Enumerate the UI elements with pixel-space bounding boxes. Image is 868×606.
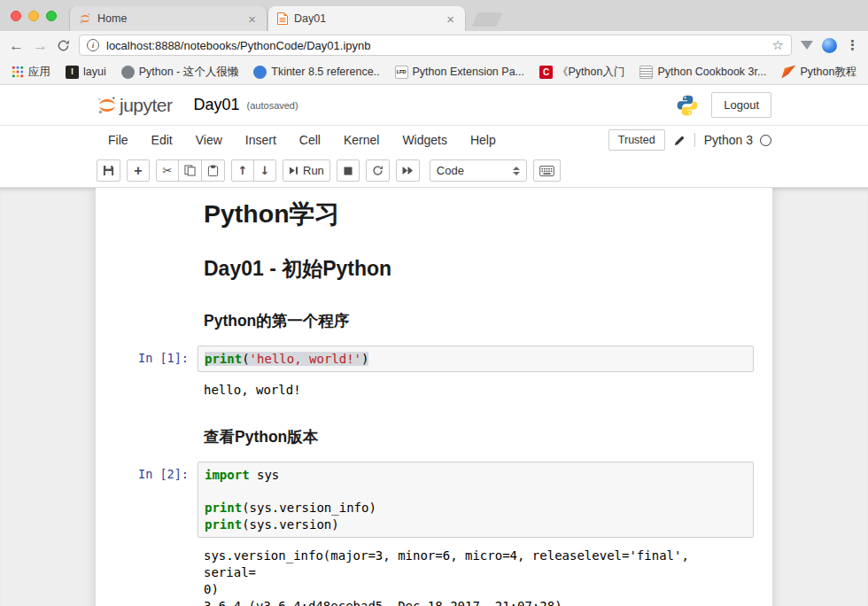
reload-button[interactable] bbox=[57, 39, 70, 52]
menu-view[interactable]: View bbox=[184, 133, 234, 147]
menu-file[interactable]: File bbox=[97, 133, 140, 147]
bookmark-item[interactable]: Python Cookbook 3r... bbox=[639, 66, 766, 79]
menu-kernel[interactable]: Kernel bbox=[332, 133, 391, 147]
browser-menu-icon[interactable]: ⋮ bbox=[846, 37, 859, 53]
insert-cell-button[interactable]: + bbox=[127, 159, 150, 182]
tk-favicon-icon bbox=[253, 66, 267, 79]
close-tab-icon[interactable]: × bbox=[445, 12, 456, 26]
markdown-cell[interactable]: Python的第一个程序 bbox=[109, 293, 759, 340]
arrow-down-icon: ↓ bbox=[260, 165, 270, 176]
code-cell[interactable]: In [1]:print('hello, world!') bbox=[109, 340, 759, 377]
new-tab-button[interactable] bbox=[472, 12, 502, 27]
close-window-button[interactable] bbox=[11, 11, 21, 21]
edit-mode-pencil-icon bbox=[674, 135, 686, 146]
book-favicon-icon bbox=[639, 66, 653, 79]
output-row: sys.version_info(major=3, minor=6, micro… bbox=[109, 543, 759, 606]
restart-icon bbox=[372, 165, 384, 176]
menu-insert[interactable]: Insert bbox=[234, 133, 288, 147]
code-input-area[interactable]: print('hello, world!') bbox=[198, 346, 754, 372]
cut-cell-button[interactable]: ✂ bbox=[156, 159, 179, 182]
input-prompt: In [1]: bbox=[114, 346, 198, 372]
logout-button[interactable]: Logout bbox=[711, 92, 771, 118]
layui-favicon-icon: l bbox=[66, 66, 79, 79]
minimize-window-button[interactable] bbox=[28, 11, 39, 21]
menu-widgets[interactable]: Widgets bbox=[391, 133, 459, 147]
cell-prompt bbox=[114, 247, 198, 287]
titlebar: Home × Day01 × bbox=[0, 0, 868, 31]
paste-cell-button[interactable] bbox=[201, 159, 225, 182]
bookmark-label: Tkinter 8.5 reference.. bbox=[271, 66, 379, 78]
code-text: import sys print(sys.version_info)print(… bbox=[205, 467, 747, 532]
markdown-cell[interactable]: 查看Python版本 bbox=[109, 409, 759, 456]
markdown-cell[interactable]: Day01 - 初始Python bbox=[109, 242, 759, 292]
command-palette-button[interactable] bbox=[533, 159, 561, 182]
markdown-content: Day01 - 初始Python bbox=[198, 247, 754, 287]
code-text: print('hello, world!') bbox=[205, 351, 747, 367]
bookmark-item[interactable]: C《Python入门 bbox=[539, 65, 624, 80]
forward-button[interactable]: → bbox=[33, 38, 48, 53]
markdown-content: 查看Python版本 bbox=[198, 415, 754, 451]
stop-icon bbox=[344, 167, 353, 175]
url-text: localhost:8888/notebooks/PythonCode/Day0… bbox=[106, 39, 765, 52]
bookmark-item[interactable]: Tkinter 8.5 reference.. bbox=[253, 66, 379, 79]
jupyter-planet-icon bbox=[97, 95, 118, 116]
jupyter-menubar: FileEditViewInsertCellKernelWidgetsHelp … bbox=[0, 125, 868, 154]
move-cell-up-button[interactable]: ↑ bbox=[231, 159, 254, 182]
jupyter-logo[interactable]: jupyter bbox=[97, 95, 173, 116]
code-input-area[interactable]: import sys print(sys.version_info)print(… bbox=[198, 462, 754, 538]
page-info-icon[interactable]: i bbox=[87, 39, 99, 51]
zoom-window-button[interactable] bbox=[46, 11, 57, 21]
cell-output: hello, world! bbox=[198, 378, 754, 404]
download-triangle-icon[interactable] bbox=[801, 41, 813, 50]
extension-globe-icon[interactable] bbox=[822, 38, 837, 53]
feather-favicon-icon bbox=[781, 66, 795, 79]
close-tab-icon[interactable]: × bbox=[246, 12, 258, 26]
heading-level-2: Day01 - 初始Python bbox=[204, 258, 748, 280]
move-cell-down-button[interactable]: ↓ bbox=[253, 159, 276, 182]
heading-level-1: Python学习 bbox=[204, 200, 748, 228]
navigation-bar: ← → i localhost:8888/notebooks/PythonCod… bbox=[0, 31, 868, 59]
browser-window: Home × Day01 × ← → i localhost:8888/note… bbox=[0, 0, 868, 606]
bookmark-item[interactable]: LFDPython Extension Pa... bbox=[395, 66, 524, 79]
back-button[interactable]: ← bbox=[9, 38, 24, 53]
url-bar[interactable]: i localhost:8888/notebooks/PythonCode/Da… bbox=[79, 35, 792, 56]
code-cell[interactable]: In [2]:import sys print(sys.version_info… bbox=[109, 456, 759, 543]
notebook-title[interactable]: Day01 bbox=[194, 96, 240, 114]
copy-cell-button[interactable] bbox=[178, 159, 202, 182]
bookmark-star-icon[interactable]: ☆ bbox=[772, 37, 784, 53]
menu-help[interactable]: Help bbox=[459, 133, 508, 147]
tab-day01[interactable]: Day01 × bbox=[267, 6, 466, 31]
trusted-button[interactable]: Trusted bbox=[608, 129, 665, 151]
bookmark-item[interactable]: 应用 bbox=[11, 65, 50, 80]
restart-kernel-button[interactable] bbox=[366, 159, 390, 182]
jupyter-favicon bbox=[79, 12, 91, 25]
bookmark-item[interactable]: Python - 这个人很懒 bbox=[121, 65, 239, 80]
menu-items: FileEditViewInsertCellKernelWidgetsHelp bbox=[97, 133, 508, 147]
penguin-favicon-icon bbox=[121, 66, 135, 79]
save-button[interactable] bbox=[97, 159, 120, 182]
output-row: hello, world! bbox=[109, 377, 759, 409]
interrupt-kernel-button[interactable] bbox=[337, 159, 360, 182]
restart-run-all-button[interactable] bbox=[396, 159, 420, 182]
cell-output: sys.version_info(major=3, minor=6, micro… bbox=[198, 544, 754, 606]
window-controls bbox=[11, 11, 57, 21]
tab-home[interactable]: Home × bbox=[69, 6, 267, 31]
cell-type-select[interactable]: Code bbox=[430, 159, 527, 182]
run-button[interactable]: Run bbox=[283, 159, 330, 182]
paste-icon bbox=[207, 165, 219, 176]
markdown-content: Python的第一个程序 bbox=[198, 299, 754, 335]
python-logo-icon bbox=[676, 94, 699, 117]
menu-edit[interactable]: Edit bbox=[140, 133, 184, 147]
bookmark-label: Python Cookbook 3r... bbox=[657, 66, 766, 78]
markdown-cell[interactable]: Python学习 bbox=[109, 190, 759, 242]
cell-prompt bbox=[114, 195, 198, 237]
clipboard-button-group: ✂ bbox=[156, 159, 225, 182]
kernel-name: Python 3 bbox=[704, 133, 753, 147]
markdown-content: Python学习 bbox=[198, 195, 754, 237]
menu-cell[interactable]: Cell bbox=[288, 133, 332, 147]
autosave-status: (autosaved) bbox=[247, 100, 298, 111]
apps-favicon-icon bbox=[11, 66, 24, 79]
bookmark-item[interactable]: Python教程 bbox=[781, 65, 856, 80]
bookmark-item[interactable]: llayui bbox=[66, 66, 106, 79]
plus-icon: + bbox=[134, 164, 142, 178]
